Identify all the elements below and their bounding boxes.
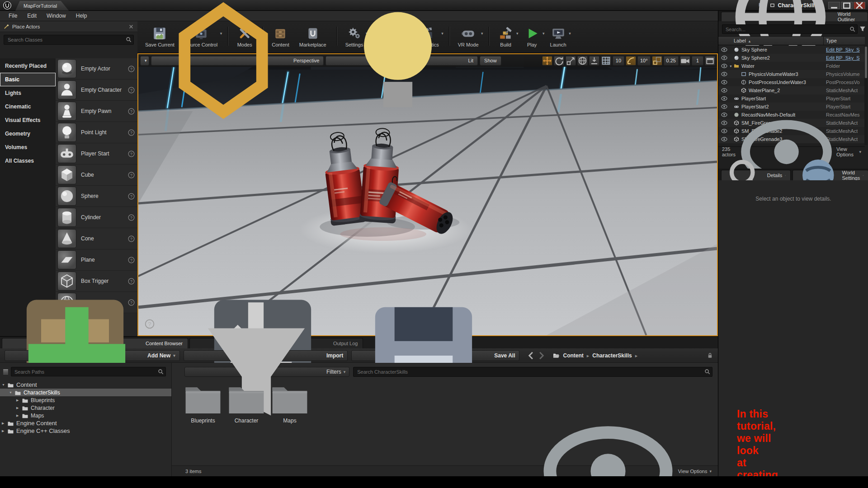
actor-type[interactable]: Edit BP_Sky_S — [826, 55, 860, 61]
visibility-eye-icon[interactable] — [721, 136, 727, 142]
expand-arrow-icon[interactable] — [9, 391, 14, 394]
place-actors-category[interactable]: Visual Effects — [0, 113, 56, 127]
grid-snap-value[interactable]: 10 — [613, 56, 624, 66]
visibility-eye-icon[interactable] — [721, 63, 727, 69]
maximize-viewport-button[interactable] — [705, 56, 715, 66]
outliner-column-header[interactable]: Label▲ Type — [718, 36, 865, 45]
place-actors-category[interactable]: Volumes — [0, 141, 56, 154]
place-actor-item[interactable]: Plane ? — [56, 249, 137, 271]
help-icon[interactable]: ? — [128, 193, 135, 200]
tab-world-outliner[interactable]: World Outliner — [721, 12, 868, 21]
place-actor-item[interactable]: Cone ? — [56, 228, 137, 249]
search-paths-input[interactable] — [11, 367, 166, 376]
expand-arrow-icon[interactable] — [2, 422, 7, 425]
visibility-eye-icon[interactable] — [721, 128, 727, 134]
place-actor-item[interactable]: Point Light ? — [56, 122, 137, 143]
details-tab[interactable]: World Settings — [793, 170, 868, 180]
outliner-row[interactable]: Water Folder — [718, 62, 865, 70]
actor-type[interactable]: PlayerStart — [826, 96, 850, 101]
help-icon[interactable]: ? — [128, 108, 135, 115]
outliner-row[interactable]: Sky Sphere2 Edit BP_Sky_S — [718, 54, 865, 62]
rotate-tool-button[interactable] — [554, 56, 564, 66]
actor-type[interactable]: StaticMeshAct — [826, 88, 858, 93]
visibility-eye-icon[interactable] — [721, 120, 727, 126]
save-all-button[interactable]: Save All — [351, 350, 519, 361]
actor-type[interactable]: PlayerStart — [826, 104, 850, 109]
place-actors-category[interactable]: Cinematic — [0, 100, 56, 113]
outliner-options-icon[interactable] — [859, 25, 866, 33]
visibility-eye-icon[interactable] — [721, 96, 727, 101]
outliner-scrollbar[interactable] — [864, 46, 868, 145]
visibility-eye-icon[interactable] — [721, 55, 727, 61]
filters-button[interactable]: Filters — [184, 367, 349, 377]
place-actors-category[interactable]: Basic — [0, 73, 56, 86]
expand-arrow-icon[interactable] — [2, 429, 7, 433]
tree-row[interactable]: Content — [0, 381, 171, 389]
tree-row[interactable]: Maps — [0, 412, 171, 419]
scale-snap-value[interactable]: 0.25 — [664, 56, 679, 66]
actor-type[interactable]: PostProcessVo — [826, 80, 860, 85]
outliner-row[interactable]: PlayerStart PlayerStart — [718, 94, 865, 103]
close-tab-icon[interactable] — [863, 174, 864, 178]
breadcrumb-item[interactable]: CharacterSkills — [592, 352, 632, 359]
folder-tile[interactable]: Character — [228, 385, 265, 424]
place-actors-category[interactable]: Lights — [0, 86, 56, 100]
toolbar-button[interactable]: Play — [520, 24, 544, 48]
breadcrumb-item[interactable]: Content — [563, 352, 583, 359]
scale-snap-toggle-button[interactable] — [652, 56, 662, 66]
world-local-toggle-button[interactable] — [577, 56, 588, 66]
lock-icon[interactable] — [707, 352, 713, 359]
outliner-row[interactable]: Sky Sphere Edit BP_Sky_S — [718, 46, 865, 54]
expand-arrow-icon[interactable] — [16, 399, 22, 402]
tree-row[interactable]: Blueprints — [0, 396, 171, 404]
back-button[interactable] — [527, 351, 536, 360]
menu-item[interactable]: Edit — [22, 11, 42, 20]
help-icon[interactable]: ? — [128, 66, 135, 72]
expand-arrow-icon[interactable] — [2, 383, 7, 386]
place-actor-item[interactable]: Empty Actor ? — [56, 58, 137, 80]
restore-button[interactable] — [841, 2, 853, 9]
visibility-eye-icon[interactable] — [721, 104, 727, 109]
place-actor-item[interactable]: Empty Pawn ? — [56, 101, 137, 122]
rotation-snap-value[interactable]: 10° — [637, 56, 651, 66]
details-tab[interactable]: Details — [721, 170, 791, 180]
help-icon[interactable]: ? — [128, 214, 135, 221]
sources-toggle-icon[interactable] — [2, 368, 9, 375]
folder-tile[interactable]: Maps — [271, 385, 308, 424]
level-tab[interactable]: MapForTutorial — [15, 1, 69, 11]
folder-tile[interactable]: Blueprints — [184, 385, 222, 424]
place-actors-category[interactable]: Geometry — [0, 127, 56, 141]
actor-type[interactable]: Edit BP_Sky_S — [826, 47, 860, 52]
outliner-row[interactable]: PlayerStart2 PlayerStart — [718, 103, 865, 111]
help-icon[interactable]: ? — [128, 235, 135, 242]
help-icon[interactable]: ? — [128, 87, 135, 94]
camera-speed-button[interactable] — [680, 56, 690, 66]
perspective-button[interactable]: Perspective — [151, 56, 324, 66]
expand-arrow-icon[interactable] — [729, 65, 734, 68]
scale-tool-button[interactable] — [566, 56, 576, 66]
viewport-options-button[interactable] — [140, 56, 149, 66]
camera-speed-value[interactable]: 1 — [692, 56, 703, 66]
place-actors-category[interactable]: Recently Placed — [0, 59, 56, 73]
visibility-eye-icon[interactable] — [721, 112, 727, 117]
close-panel-icon[interactable] — [128, 24, 134, 29]
outliner-search-input[interactable] — [722, 24, 858, 34]
visibility-eye-icon[interactable] — [721, 88, 727, 93]
help-icon[interactable]: ? — [128, 257, 135, 263]
tree-row[interactable]: Engine Content — [0, 419, 171, 427]
toolbar-button[interactable]: Marketplace — [295, 24, 330, 48]
expand-arrow-icon[interactable] — [16, 406, 22, 410]
forward-button[interactable] — [537, 351, 546, 360]
visibility-eye-icon[interactable] — [721, 80, 727, 85]
visibility-eye-icon[interactable] — [721, 71, 727, 77]
tree-row[interactable]: Character — [0, 404, 171, 412]
outliner-row[interactable]: PostProcessUnderWater3 PostProcessVo — [718, 78, 865, 86]
help-icon[interactable]: ? — [128, 150, 135, 157]
outliner-row[interactable]: PhysicsVolumeWater3 PhysicsVolume — [718, 70, 865, 78]
place-actor-item[interactable]: Cylinder ? — [56, 207, 137, 228]
surface-snap-button[interactable] — [589, 56, 599, 66]
close-button[interactable] — [854, 2, 865, 9]
tree-row[interactable]: Engine C++ Classes — [0, 427, 171, 435]
place-actor-item[interactable]: Empty Character ? — [56, 80, 137, 101]
place-actor-item[interactable]: Cube ? — [56, 164, 137, 186]
